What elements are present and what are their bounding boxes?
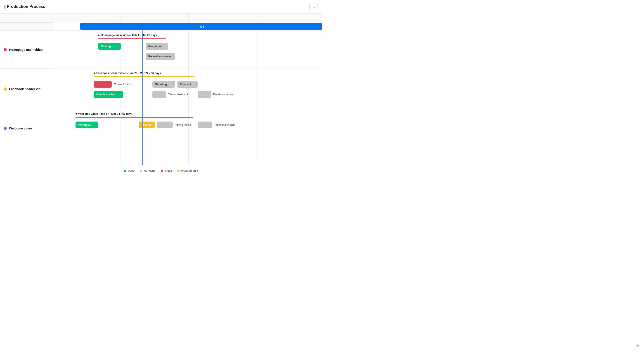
footer-legend: Done No Value Stuck Working on it	[0, 165, 322, 176]
task-pill-rough-cut[interactable]: Rough cut	[146, 43, 168, 50]
homepage-task-items: Homepage main video • Feb 1 - 28 • 28 da…	[53, 30, 322, 68]
gantt-row-welcome: Welcome video • Jan 17 - Mar 24 • 67 day…	[53, 109, 322, 147]
task-pill-fb-version[interactable]	[198, 91, 211, 98]
legend-dot-stuck	[161, 170, 163, 172]
task-pill-shooting[interactable]: Shooting	[152, 81, 175, 88]
gantt-inner: Q1	[53, 13, 322, 165]
legend-stuck: Stuck	[161, 169, 172, 172]
col-apr	[256, 13, 322, 22]
task-sidebar: Homepage main video Facebook header vid.…	[0, 13, 53, 165]
main-content: Homepage main video Facebook header vid.…	[0, 13, 322, 165]
col-line-b-2	[121, 147, 188, 165]
legend-working-label: Working on it	[181, 169, 198, 172]
col-lines-bottom	[53, 147, 322, 165]
sidebar-row-bottom	[0, 147, 53, 165]
today-line	[142, 30, 143, 165]
gantt-rows: Homepage main video • Feb 1 - 28 • 28 da…	[53, 30, 322, 165]
adding-music-label: Adding music	[174, 123, 191, 126]
facebook-timeline-bar	[94, 76, 195, 77]
legend-done-label: Done	[128, 169, 134, 172]
col-jan	[53, 13, 121, 22]
dot-homepage	[4, 48, 7, 51]
sidebar-header-cell	[0, 13, 53, 22]
gantt-row-facebook: Facebook header video • Jan 28 - Mar 24 …	[53, 68, 322, 109]
legend-working: Working on it	[177, 169, 198, 172]
gantt-row-bottom	[53, 147, 322, 165]
task-pill-casting[interactable]: Casting	[98, 43, 121, 50]
more-button[interactable]: ...	[309, 3, 318, 11]
quarter-bar: Q1	[80, 23, 322, 29]
task-pill-welcome-fb[interactable]	[198, 122, 212, 128]
legend-novalue: No Value	[140, 169, 156, 172]
task-pill-adding-music[interactable]	[157, 122, 173, 128]
task-pill-writing[interactable]: Writing s...	[76, 122, 98, 128]
welcome-fb-label: Facebook version	[214, 123, 236, 126]
homepage-timeline-bar	[98, 38, 166, 39]
welcome-timeline-dot	[76, 113, 77, 115]
legend-done: Done	[124, 169, 134, 172]
homepage-timeline-text: Homepage main video • Feb 1 - 28 • 28 da…	[101, 34, 157, 37]
homepage-timeline-dot	[98, 34, 100, 36]
col-mar	[188, 13, 256, 22]
header: Production Process ...	[0, 0, 322, 13]
clients-feedback-label: Client's feedback	[168, 93, 188, 96]
sidebar-item-facebook[interactable]: Facebook header vid...	[0, 69, 53, 109]
task-pill-consent-forms[interactable]	[94, 81, 112, 88]
dot-facebook	[4, 87, 7, 91]
legend-stuck-label: Stuck	[164, 169, 172, 172]
task-pill-creative-notes[interactable]: Creative notes	[94, 91, 123, 98]
fb-version-label: Facebook version	[213, 93, 234, 96]
legend-dot-novalue	[140, 170, 142, 172]
col-feb	[121, 13, 188, 22]
facebook-task-items: Facebook header video • Jan 28 - Mar 24 …	[53, 68, 322, 109]
sidebar-item-welcome[interactable]: Welcome video	[0, 109, 53, 147]
gantt-area: Q1	[53, 13, 322, 165]
task-pill-clients-feedback[interactable]	[152, 91, 166, 98]
welcome-timeline-text: Welcome video • Jan 17 - Mar 24 • 67 day…	[78, 112, 132, 115]
quarter-row: Q1	[53, 22, 322, 30]
col-line-b-3	[188, 147, 256, 165]
task-name-homepage: Homepage main video	[9, 48, 43, 51]
facebook-timeline-dot	[94, 72, 95, 74]
dot-welcome	[4, 127, 7, 130]
task-pill-record-voiceover[interactable]: Record voiceover	[146, 53, 175, 60]
col-line-b-4	[256, 147, 322, 165]
welcome-timeline-bar	[76, 117, 193, 118]
sidebar-quarter-cell	[0, 22, 53, 31]
welcome-timeline-label: Welcome video • Jan 17 - Mar 24 • 67 day…	[76, 112, 132, 115]
legend-dot-working	[177, 170, 180, 172]
task-pill-final-cut[interactable]: Final cut	[177, 81, 198, 88]
sidebar-item-homepage[interactable]: Homepage main video	[0, 31, 53, 69]
facebook-timeline-text: Facebook header video • Jan 28 - Mar 24 …	[96, 72, 161, 75]
legend-dot-done	[124, 170, 126, 172]
page-wrapper: Production Process ... Homepage main vid…	[0, 0, 322, 176]
facebook-timeline-label: Facebook header video • Jan 28 - Mar 24 …	[94, 72, 161, 75]
homepage-timeline-label: Homepage main video • Feb 1 - 28 • 28 da…	[98, 34, 157, 37]
page-title: Production Process	[4, 4, 45, 9]
task-name-facebook: Facebook header vid...	[9, 87, 43, 91]
consent-forms-label: Consent forms	[114, 83, 132, 86]
task-pill-making[interactable]: Making	[139, 122, 155, 128]
welcome-task-items: Welcome video • Jan 17 - Mar 24 • 67 day…	[53, 109, 322, 147]
col-line-b-1	[53, 147, 121, 165]
gantt-row-homepage: Homepage main video • Feb 1 - 28 • 28 da…	[53, 30, 322, 68]
gantt-top-header	[53, 13, 322, 22]
task-name-welcome: Welcome video	[9, 126, 32, 130]
legend-novalue-label: No Value	[144, 169, 156, 172]
